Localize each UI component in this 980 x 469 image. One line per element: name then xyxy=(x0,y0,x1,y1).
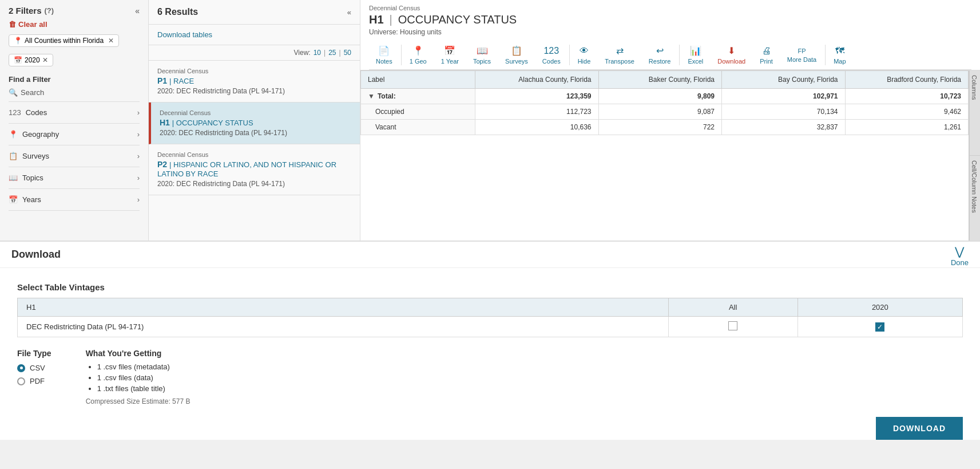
toolbar-download-btn[interactable]: ⬇ Download xyxy=(711,43,753,67)
result-table-code-p2: P2 | HISPANIC OR LATINO, AND NOT HISPANI… xyxy=(157,160,351,178)
getting-list: 1 .csv files (metadata) 1 .csv files (da… xyxy=(86,362,191,393)
results-panel: 6 Results « Download tables View: 10 | 2… xyxy=(149,0,360,241)
data-total-alachua: 123,359 xyxy=(475,89,599,104)
vintage-2020-checkbox[interactable]: ✓ xyxy=(798,317,962,337)
toolbar-print-btn[interactable]: 🖨 Print xyxy=(753,44,780,67)
geo-filter-remove[interactable]: ✕ xyxy=(108,37,114,45)
result-item-p1[interactable]: Decennial Census P1 | RACE 2020: DEC Red… xyxy=(149,61,360,103)
surveys-arrow-icon: › xyxy=(137,152,140,160)
getting-item-2: 1 .csv files (data) xyxy=(97,373,191,382)
expand-icon[interactable]: ▼ xyxy=(368,92,375,100)
sidebar-item-surveys[interactable]: 📋 Surveys › xyxy=(9,148,140,164)
download-submit-btn[interactable]: DOWNLOAD xyxy=(876,417,963,440)
result-item-p2[interactable]: Decennial Census P2 | HISPANIC OR LATINO… xyxy=(149,144,360,195)
vintage-row: DEC Redistricting Data (PL 94-171) ✓ xyxy=(18,317,963,337)
cell-column-notes-tab[interactable]: Cell/Column Notes xyxy=(969,155,980,241)
sidebar-item-years[interactable]: 📅 Years › xyxy=(9,192,140,207)
csv-radio-option[interactable]: CSV xyxy=(17,364,51,372)
year-filter-tag[interactable]: 📅 2020 ✕ xyxy=(9,54,53,66)
sidebar-collapse-btn[interactable]: « xyxy=(135,6,140,15)
view-10[interactable]: 10 xyxy=(314,49,321,57)
getting-title: What You're Getting xyxy=(86,349,191,358)
done-button[interactable]: ⋁ Done xyxy=(951,245,969,267)
download-tables-link[interactable]: Download tables xyxy=(149,25,360,45)
toolbar-year-btn[interactable]: 📅 1 Year xyxy=(434,43,466,67)
pdf-label: PDF xyxy=(30,377,45,385)
columns-tab[interactable]: Columns xyxy=(969,70,980,155)
toolbar-map-btn[interactable]: 🗺 Map xyxy=(827,44,853,67)
col-header-alachua: Alachua County, Florida xyxy=(475,71,599,89)
sidebar-item-geography[interactable]: 📍 Geography › xyxy=(9,127,140,142)
restore-label: Restore xyxy=(649,58,671,65)
toolbar-restore-btn[interactable]: ↩ Restore xyxy=(642,43,679,67)
sidebar-item-codes[interactable]: 123 Codes › xyxy=(9,105,140,120)
print-label: Print xyxy=(760,58,773,65)
csv-radio-btn[interactable] xyxy=(17,364,25,372)
data-vacant-alachua: 10,636 xyxy=(475,120,599,135)
codes-tool-icon: 123 xyxy=(543,46,559,56)
pdf-radio-btn[interactable] xyxy=(17,377,25,385)
year-filter-remove[interactable]: ✕ xyxy=(42,56,48,64)
topics-label: Topics xyxy=(22,174,43,182)
toolbar-codes-btn[interactable]: 123 Codes xyxy=(535,44,568,67)
toolbar-notes-btn[interactable]: 📄 Notes xyxy=(369,43,400,67)
getting-item-1: 1 .csv files (metadata) xyxy=(97,362,191,371)
table-header: Decennial Census H1 | OCCUPANCY STATUS U… xyxy=(360,0,980,70)
data-vacant-bay: 32,837 xyxy=(722,120,846,135)
main-content: Decennial Census H1 | OCCUPANCY STATUS U… xyxy=(360,0,980,241)
sidebar-item-topics[interactable]: 📖 Topics › xyxy=(9,170,140,186)
clear-all-button[interactable]: 🗑 Clear all xyxy=(9,20,140,29)
years-icon: 📅 xyxy=(9,195,18,204)
toolbar-transpose-btn[interactable]: ⇄ Transpose xyxy=(598,43,642,67)
surveys-icon: 📋 xyxy=(9,152,18,160)
notes-icon: 📄 xyxy=(378,45,390,56)
codes-icon: 123 xyxy=(9,108,21,117)
find-filter-section: Find a Filter 🔍 Search 123 Codes › 📍 Geo… xyxy=(9,75,140,211)
toolbar-more-data-btn[interactable]: FP More Data xyxy=(780,45,824,65)
data-occupied-bay: 70,134 xyxy=(722,104,846,120)
codes-label: Codes xyxy=(26,108,47,117)
data-total-baker: 9,809 xyxy=(598,89,722,104)
data-occupied-baker: 9,087 xyxy=(598,104,722,120)
data-vacant-baker: 722 xyxy=(598,120,722,135)
table-row: Occupied 112,723 9,087 70,134 9,462 xyxy=(361,104,969,120)
pdf-radio-option[interactable]: PDF xyxy=(17,377,51,385)
vintage-row-label: DEC Redistricting Data (PL 94-171) xyxy=(18,317,669,337)
excel-label: Excel xyxy=(688,58,703,65)
hide-icon: 👁 xyxy=(580,46,589,56)
topics-arrow-icon: › xyxy=(137,174,140,182)
view-25[interactable]: 25 xyxy=(328,49,336,57)
toolbar-excel-btn[interactable]: 📊 Excel xyxy=(681,43,711,67)
done-label: Done xyxy=(951,258,969,267)
topics-tool-label: Topics xyxy=(473,58,491,65)
codes-tool-label: Codes xyxy=(542,58,561,65)
results-collapse-btn[interactable]: « xyxy=(347,8,351,17)
data-table-wrapper: Label Alachua County, Florida Baker Coun… xyxy=(360,70,969,241)
toolbar-geo-btn[interactable]: 📍 1 Geo xyxy=(403,43,434,67)
search-filter-btn[interactable]: 🔍 Search xyxy=(9,88,140,97)
vintage-table: H1 All 2020 DEC Redistricting Data (PL 9… xyxy=(17,298,963,337)
done-chevron-icon: ⋁ xyxy=(955,245,964,258)
col-header-baker: Baker County, Florida xyxy=(598,71,722,89)
years-label: Years xyxy=(22,195,41,204)
toolbar-hide-btn[interactable]: 👁 Hide xyxy=(571,44,598,67)
search-label: Search xyxy=(21,88,44,97)
result-item-h1[interactable]: Decennial Census H1 | OCCUPANCY STATUS 2… xyxy=(149,103,360,144)
toolbar-surveys-btn[interactable]: 📋 Surveys xyxy=(498,43,535,67)
geo-filter-tag[interactable]: 📍 All Counties within Florida ✕ xyxy=(9,34,119,47)
geo-filter-label: All Counties within Florida xyxy=(25,37,104,45)
map-icon: 🗺 xyxy=(835,46,844,56)
all-checkbox[interactable] xyxy=(728,321,737,330)
print-icon: 🖨 xyxy=(762,46,771,56)
toolbar-topics-btn[interactable]: 📖 Topics xyxy=(466,43,498,67)
more-data-label: More Data xyxy=(787,56,816,63)
view-50[interactable]: 50 xyxy=(344,49,351,57)
year2020-checkbox[interactable]: ✓ xyxy=(875,322,884,332)
vintage-all-checkbox[interactable] xyxy=(668,317,798,337)
file-type-group: File Type CSV PDF xyxy=(17,349,51,390)
label-total: ▼Total: xyxy=(361,89,475,104)
help-icon[interactable]: (?) xyxy=(45,6,54,15)
location-icon: 📍 xyxy=(14,37,22,45)
geography-arrow-icon: › xyxy=(137,130,140,139)
census-type: Decennial Census xyxy=(369,5,971,11)
